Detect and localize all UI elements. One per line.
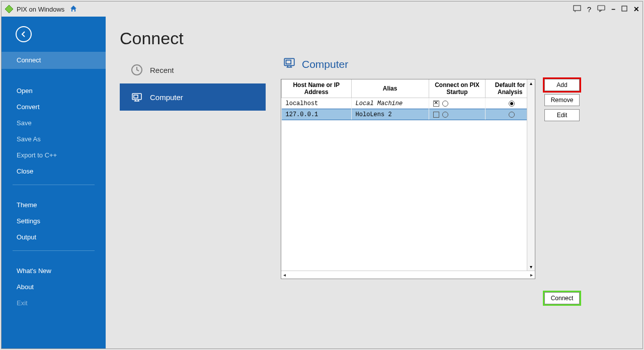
cell-connect-startup[interactable] (429, 109, 486, 120)
sidebar-item-open[interactable]: Open (2, 83, 106, 99)
sidebar-divider (13, 185, 95, 185)
checkbox[interactable] (433, 112, 439, 118)
svg-rect-8 (286, 60, 291, 64)
radio[interactable] (509, 112, 515, 118)
remove-button[interactable]: Remove (544, 94, 580, 106)
client-area: Connect Open Convert Save Save As Export… (2, 17, 642, 348)
connect-button[interactable]: Connect (544, 292, 580, 304)
cell-host: localhost (282, 98, 352, 109)
content: Connect Recent Computer (106, 17, 642, 348)
category-label: Recent (150, 66, 174, 74)
sidebar-item-about[interactable]: About (2, 279, 106, 295)
table-header-row: Host Name or IP Address Alias Connect on… (282, 79, 535, 98)
radio[interactable] (509, 101, 515, 107)
col-host[interactable]: Host Name or IP Address (282, 79, 352, 98)
category-computer[interactable]: Computer (120, 83, 266, 111)
svg-rect-3 (622, 6, 627, 11)
panel-heading-text: Computer (302, 58, 348, 70)
svg-marker-0 (5, 5, 13, 13)
radio[interactable] (442, 112, 448, 118)
col-alias[interactable]: Alias (351, 79, 429, 98)
sidebar-item-export-cpp[interactable]: Export to C++ (2, 147, 106, 163)
svg-rect-1 (574, 6, 581, 11)
category-recent[interactable]: Recent (120, 56, 266, 83)
cell-alias: HoloLens 2 (351, 109, 429, 120)
col-connect-startup[interactable]: Connect on PIX Startup (429, 79, 486, 98)
sidebar-item-settings[interactable]: Settings (2, 213, 106, 229)
panel-header: Computer (281, 56, 628, 72)
minimize-button[interactable]: – (611, 5, 615, 13)
sidebar-item-exit[interactable]: Exit (2, 295, 106, 311)
app-title: PIX on Windows (17, 6, 64, 13)
svg-rect-2 (598, 6, 605, 10)
vertical-scrollbar[interactable]: ▴▾ (527, 79, 535, 271)
hosts-table[interactable]: Host Name or IP Address Alias Connect on… (281, 79, 535, 279)
computer-icon (131, 91, 143, 103)
sidebar-item-connect[interactable]: Connect (2, 52, 106, 69)
sidebar-item-close[interactable]: Close (2, 163, 106, 180)
chat-icon[interactable] (597, 5, 605, 14)
edit-button[interactable]: Edit (544, 109, 580, 121)
window-controls: ? – ✕ (573, 5, 639, 14)
add-button[interactable]: Add (544, 79, 580, 91)
sidebar-item-theme[interactable]: Theme (2, 197, 106, 213)
table-row[interactable]: localhostLocal Machine (282, 98, 535, 109)
sidebar-item-convert[interactable]: Convert (2, 99, 106, 115)
cell-alias: Local Machine (351, 98, 429, 109)
checkbox[interactable] (433, 101, 439, 107)
horizontal-scrollbar[interactable]: ◂▸ (281, 271, 535, 279)
sidebar-divider (13, 250, 95, 251)
sidebar-item-whats-new[interactable]: What's New (2, 263, 106, 279)
cell-connect-startup[interactable] (429, 98, 486, 109)
computer-icon (283, 56, 296, 72)
back-button[interactable] (16, 26, 32, 42)
category-list: Recent Computer (120, 56, 266, 343)
titlebar: PIX on Windows ? – ✕ (2, 2, 642, 17)
sidebar: Connect Open Convert Save Save As Export… (2, 17, 106, 348)
app-icon (5, 5, 14, 14)
radio[interactable] (442, 101, 448, 107)
table-action-buttons: Add Remove Edit Connect (544, 79, 580, 304)
help-icon[interactable]: ? (587, 5, 591, 14)
svg-rect-6 (134, 95, 138, 98)
sidebar-item-save[interactable]: Save (2, 115, 106, 131)
clock-icon (131, 64, 143, 76)
cell-host: 127.0.0.1 (282, 109, 352, 120)
page-title: Connect (120, 29, 628, 48)
sidebar-item-output[interactable]: Output (2, 229, 106, 245)
sidebar-item-save-as[interactable]: Save As (2, 131, 106, 147)
app-window: PIX on Windows ? – ✕ (1, 1, 643, 349)
category-label: Computer (150, 93, 183, 102)
home-icon[interactable] (69, 5, 77, 14)
table-row[interactable]: 127.0.0.1HoloLens 2 (282, 109, 535, 120)
feedback-icon[interactable] (573, 5, 581, 14)
maximize-button[interactable] (621, 5, 627, 13)
close-button[interactable]: ✕ (633, 5, 639, 13)
computer-panel: Computer (281, 56, 628, 343)
